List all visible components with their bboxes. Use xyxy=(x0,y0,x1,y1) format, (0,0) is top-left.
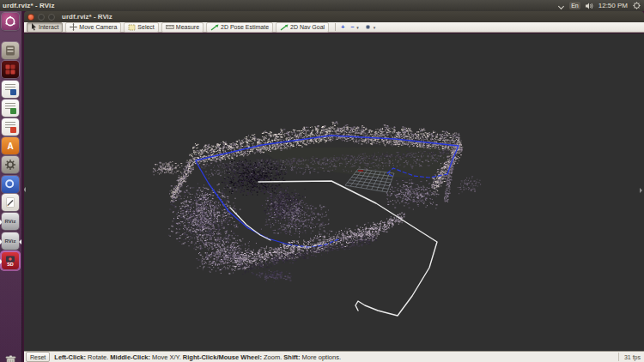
text-editor-icon[interactable] xyxy=(2,194,19,211)
top-panel: urdf.rviz* - RViz En 12:50 PM xyxy=(0,0,644,11)
chevron-down-icon[interactable] xyxy=(559,3,564,9)
dot-icon xyxy=(365,24,371,30)
close-button[interactable] xyxy=(27,14,34,21)
statusbar: Reset Left-Click: Rotate. Middle-Click: … xyxy=(24,351,644,362)
files-icon[interactable] xyxy=(2,42,19,59)
reset-button[interactable]: Reset xyxy=(26,352,50,362)
system-settings-icon[interactable] xyxy=(2,156,19,173)
svg-text:SD: SD xyxy=(7,262,14,267)
cursor-icon xyxy=(31,23,37,31)
toolbar: Interact Move Camera Select Measure 2D P… xyxy=(24,22,644,33)
status-hint: Left-Click: Rotate. Middle-Click: Move X… xyxy=(54,353,341,361)
system-tray: En 12:50 PM xyxy=(559,2,641,9)
tool-measure-button[interactable]: Measure xyxy=(161,22,204,33)
keyboard-layout-indicator[interactable]: En xyxy=(569,2,580,9)
tool-options-button[interactable]: ▾ xyxy=(363,23,378,32)
tool-interact-button[interactable]: Interact xyxy=(27,22,63,33)
rviz-icon-2[interactable]: RViz xyxy=(2,232,19,250)
tool-2d-pose-estimate-button[interactable]: 2D Pose Estimate xyxy=(206,22,273,33)
software-center-icon[interactable]: A xyxy=(2,137,19,154)
ruler-icon xyxy=(166,24,174,30)
libreoffice-writer-icon[interactable] xyxy=(2,81,19,98)
3d-viewport-canvas[interactable] xyxy=(24,33,644,351)
green-arrow-icon xyxy=(210,24,219,31)
add-tool-button[interactable]: + xyxy=(339,23,346,32)
libreoffice-calc-icon[interactable] xyxy=(2,100,19,117)
tool-move-camera-button[interactable]: Move Camera xyxy=(65,22,121,33)
maximize-button[interactable] xyxy=(48,14,55,21)
window-title: urdf.rviz* - RViz xyxy=(62,13,112,21)
move-arrows-icon xyxy=(70,23,77,31)
rviz-icon-1[interactable]: RViz xyxy=(2,213,19,230)
focused-indicator xyxy=(19,239,21,244)
minus-icon: − xyxy=(350,24,354,30)
toolbar-separator xyxy=(335,23,336,31)
session-gear-icon[interactable] xyxy=(633,2,641,9)
fps-counter: 31 fps xyxy=(618,353,644,361)
caret-down-icon: ▾ xyxy=(374,25,376,30)
desktop: urdf.rviz* - RViz En 12:50 PM xyxy=(0,0,644,362)
media-player-icon[interactable] xyxy=(2,61,19,78)
blue-app-icon[interactable] xyxy=(2,176,19,193)
ubuntu-dash-icon[interactable] xyxy=(2,13,19,30)
remove-tool-button[interactable]: −▾ xyxy=(349,23,361,32)
launcher: A RViz RViz SD xyxy=(0,11,22,362)
libreoffice-impress-icon[interactable] xyxy=(2,118,19,136)
rviz-window: urdf.rviz* - RViz Interact Move Camera S… xyxy=(24,11,644,362)
plus-icon: + xyxy=(341,24,344,30)
screen-recorder-icon[interactable]: SD xyxy=(2,252,19,269)
green-arrow-icon xyxy=(280,24,289,31)
caret-down-icon: ▾ xyxy=(356,25,359,30)
volume-icon[interactable] xyxy=(586,3,593,9)
trash-icon[interactable] xyxy=(2,353,19,362)
tool-2d-nav-goal-button[interactable]: 2D Nav Goal xyxy=(276,22,329,33)
clock[interactable]: 12:50 PM xyxy=(598,2,628,9)
panel-app-title: urdf.rviz* - RViz xyxy=(3,2,55,9)
selection-box-icon xyxy=(128,24,136,31)
minimize-button[interactable] xyxy=(38,14,45,21)
tool-select-button[interactable]: Select xyxy=(124,22,158,33)
window-titlebar[interactable]: urdf.rviz* - RViz xyxy=(24,11,644,22)
